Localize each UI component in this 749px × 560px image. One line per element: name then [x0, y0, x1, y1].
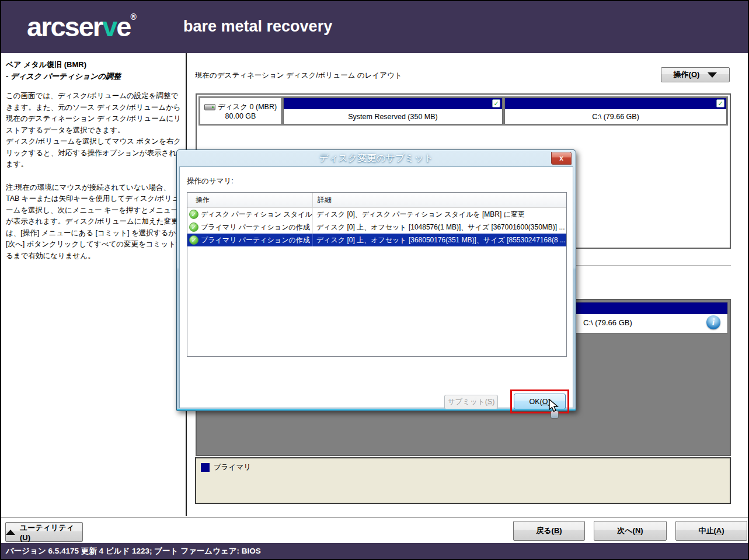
green-check-icon: ✓	[189, 210, 198, 219]
abort-button[interactable]: 中止(A)	[675, 521, 747, 541]
column-header-operation[interactable]: 操作	[187, 193, 313, 207]
close-icon[interactable]: x	[551, 152, 572, 165]
product-title: bare metal recovery	[183, 18, 332, 36]
instructions-sidebar: ベア メタル復旧 (BMR) - ディスク パーティションの調整 この画面では、…	[2, 53, 187, 516]
disk-size: 80.00 GB	[225, 112, 256, 120]
checkbox-checked-icon[interactable]: ✓	[716, 99, 724, 107]
partition-label: C:\ (79.66 GB)	[583, 318, 632, 327]
operation-summary-table: 操作 詳細 ✓ディスク パーティション スタイルの ... ディスク [0]、デ…	[187, 192, 567, 357]
partition-label: System Reserved (350 MB)	[284, 109, 502, 124]
partition-band: ✓	[284, 98, 502, 109]
mouse-cursor-icon	[549, 399, 559, 415]
column-header-detail[interactable]: 詳細	[313, 193, 566, 207]
status-bar: バージョン 6.5.4175 更新 4 ビルド 1223; ブート ファームウェ…	[1, 543, 748, 559]
dialog-title: ディスク変更のサブミット	[177, 152, 576, 165]
utilities-button-label: ユーティリティ(U)	[20, 523, 82, 542]
operation-menu-label: 操作(O)	[674, 69, 700, 80]
green-check-icon: ✓	[189, 222, 198, 232]
next-button[interactable]: 次へ(N)	[594, 521, 667, 541]
destination-layout-label: 現在のデスティネーション ディスク/ボリューム のレイアウト	[195, 71, 402, 81]
table-row-selected[interactable]: ✓プライマリ パーティションの作成 ディスク [0] 上、オフセット [3680…	[187, 234, 566, 246]
operation-summary-label: 操作のサマリ:	[187, 176, 234, 186]
legend-item-primary: プライマリ	[201, 462, 725, 472]
table-row[interactable]: ✓プライマリ パーティションの作成 ディスク [0] 上、オフセット [1048…	[187, 221, 566, 234]
sidebar-subtitle: - ディスク パーティションの調整	[6, 71, 183, 82]
app-header: arcserve® bare metal recovery	[1, 1, 748, 53]
abort-button-label: 中止(A)	[698, 526, 724, 536]
utilities-button[interactable]: ユーティリティ(U)	[5, 522, 83, 542]
version-status-text: バージョン 6.5.4175 更新 4 ビルド 1223; ブート ファームウェ…	[6, 546, 261, 556]
checkbox-checked-icon[interactable]: ✓	[492, 99, 500, 107]
chevron-down-icon	[708, 72, 717, 78]
green-check-icon: ✓	[189, 235, 198, 245]
submit-button-disabled: サブミット(S)	[444, 395, 498, 409]
sidebar-paragraph-2: ディスク/ボリュームを選択してマウス ボタンを右クリックすると、対応する操作オプ…	[6, 136, 183, 171]
operation-menu-button[interactable]: 操作(O)	[661, 67, 730, 82]
partition-band: ✓	[505, 98, 726, 109]
info-icon[interactable]: i	[706, 315, 720, 329]
annotation-highlight-box	[510, 389, 569, 413]
legend-panel: プライマリ	[195, 457, 731, 504]
disk-header-cell[interactable]: ディスク 0 (MBR) 80.00 GB	[200, 98, 281, 124]
partition-c-drive[interactable]: ✓ C:\ (79.66 GB)	[504, 98, 727, 124]
primary-color-swatch	[201, 463, 210, 472]
sidebar-title: ベア メタル復旧 (BMR)	[6, 59, 183, 71]
next-button-label: 次へ(N)	[617, 526, 643, 536]
disk-row: ディスク 0 (MBR) 80.00 GB ✓ System Reserved …	[198, 96, 728, 126]
disk-icon	[204, 104, 215, 110]
partition-system-reserved[interactable]: ✓ System Reserved (350 MB)	[283, 98, 503, 124]
arcserve-logo: arcserve®	[27, 11, 137, 43]
submit-button-label: サブミット(S)	[448, 397, 495, 407]
sidebar-paragraph-1: この画面では、ディスク/ボリュームの設定を調整できます。また、元のソース ディス…	[6, 91, 183, 136]
footer-bar: ユーティリティ(U) 戻る(B) 次へ(N) 中止(A)	[1, 517, 748, 543]
sidebar-paragraph-note: 注:現在の環境にマウスが接続されていない場合、TAB キーまたは矢印キーを使用し…	[6, 182, 183, 262]
chevron-up-icon	[6, 530, 15, 535]
back-button[interactable]: 戻る(B)	[513, 521, 585, 541]
bmr-window: arcserve® bare metal recovery ベア メタル復旧 (…	[0, 0, 749, 560]
submit-disk-changes-dialog: ディスク変更のサブミット x 操作のサマリ: 操作 詳細 ✓ディスク パーティシ…	[176, 149, 576, 411]
disk-name: ディスク 0 (MBR)	[218, 102, 277, 112]
back-button-label: 戻る(B)	[536, 526, 562, 536]
table-header-row: 操作 詳細	[187, 193, 566, 208]
legend-label: プライマリ	[214, 462, 251, 472]
table-row[interactable]: ✓ディスク パーティション スタイルの ... ディスク [0]、ディスク パー…	[187, 208, 566, 221]
dialog-content: 操作のサマリ: 操作 詳細 ✓ディスク パーティション スタイルの ... ディ…	[179, 166, 573, 408]
partition-label: C:\ (79.66 GB)	[505, 109, 726, 124]
